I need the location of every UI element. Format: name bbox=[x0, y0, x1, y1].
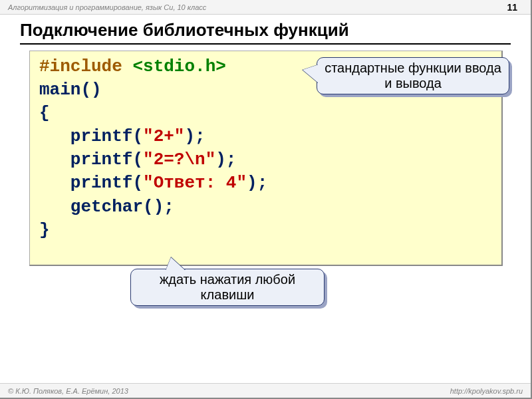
code-include-lib: <stdio.h> bbox=[132, 57, 225, 76]
callout-getchar-text: ждать нажатия любой клавиши bbox=[136, 272, 319, 303]
breadcrumb: Алгоритмизация и программирование, язык … bbox=[8, 3, 206, 11]
footer-copyright: © К.Ю. Поляков, Е.А. Ерёмин, 2013 bbox=[8, 387, 128, 395]
code-line2-str: "2=?\n" bbox=[143, 150, 215, 170]
callout-getchar: ждать нажатия любой клавиши bbox=[130, 269, 325, 306]
code-line1-end: ); bbox=[184, 126, 205, 146]
page-title: Подключение библиотечных функций bbox=[20, 20, 511, 45]
code-line1-str: "2+" bbox=[143, 126, 184, 146]
callout-stdio: стандартные функции ввода и вывода bbox=[317, 57, 509, 94]
footer-bar: © К.Ю. Поляков, Е.А. Ерёмин, 2013 http:/… bbox=[0, 383, 531, 398]
code-line3-end: ); bbox=[247, 173, 267, 193]
code-line2-call: printf( bbox=[39, 150, 143, 170]
callout-stdio-text: стандартные функции ввода и вывода bbox=[323, 61, 503, 91]
code-main-decl: main() bbox=[39, 80, 102, 100]
code-line3-str: "Ответ: 4" bbox=[143, 173, 247, 193]
code-brace-close: } bbox=[39, 220, 50, 240]
page-number: 11 bbox=[507, 2, 517, 13]
code-line2-end: ); bbox=[215, 150, 236, 170]
code-line1-call: printf( bbox=[39, 126, 143, 146]
code-line4: getchar(); bbox=[39, 197, 174, 217]
header-bar: Алгоритмизация и программирование, язык … bbox=[0, 0, 531, 15]
slide: Алгоритмизация и программирование, язык … bbox=[0, 0, 532, 399]
code-line3-call: printf( bbox=[39, 173, 143, 193]
code-brace-open: { bbox=[39, 103, 50, 123]
code-include-directive: #include bbox=[39, 57, 132, 76]
footer-url: http://kpolyakov.spb.ru bbox=[450, 387, 523, 395]
